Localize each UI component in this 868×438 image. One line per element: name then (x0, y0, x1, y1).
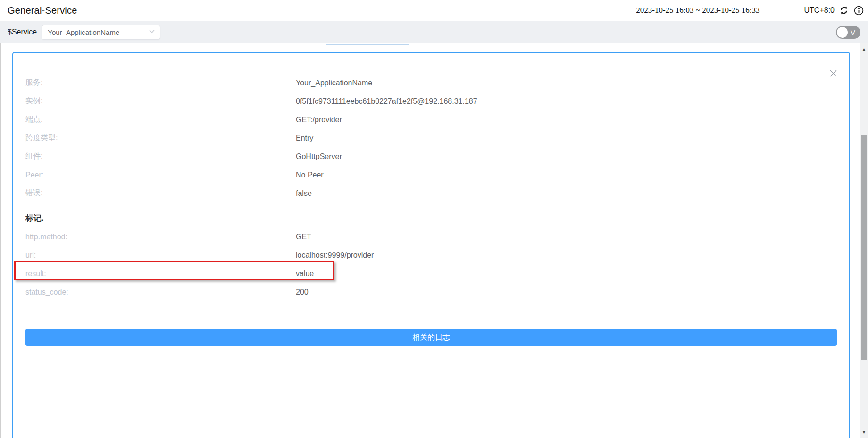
tag-value: value (296, 270, 314, 278)
scroll-down-arrow[interactable]: ▼ (860, 428, 868, 436)
span-detail-modal: 服务: Your_ApplicationName 实例: 0f5f1fc9731… (12, 52, 850, 438)
toggle-knob (837, 27, 848, 38)
chevron-down-icon (149, 28, 155, 36)
background-highlight-strip (326, 44, 409, 45)
variables-bar: $Service Your_ApplicationName V (0, 21, 868, 43)
info-icon[interactable] (853, 5, 864, 16)
tags-section-title: 标记. (25, 209, 837, 227)
field-value: No Peer (296, 171, 324, 179)
field-label: 跨度类型: (25, 133, 296, 143)
tag-label: result: (25, 270, 296, 278)
page-title: General-Service (8, 5, 77, 16)
related-logs-button[interactable]: 相关的日志 (25, 329, 837, 346)
tag-value: GET (296, 233, 311, 241)
field-row-peer: Peer: No Peer (25, 166, 837, 184)
tag-label: url: (25, 251, 296, 260)
field-label: Peer: (25, 171, 296, 179)
header-bar: General-Service 2023-10-25 16:03 ~ 2023-… (0, 0, 868, 21)
toggle-label: V (851, 28, 855, 36)
field-row-span-type: 跨度类型: Entry (25, 129, 837, 147)
field-value: Your_ApplicationName (296, 79, 372, 87)
field-value: GET:/provider (296, 116, 342, 124)
tag-row-status-code: status_code: 200 (25, 283, 837, 301)
header-right: 2023-10-25 16:03 ~ 2023-10-25 16:33 UTC+… (636, 5, 868, 16)
field-label: 组件: (25, 152, 296, 161)
tag-value: 200 (296, 288, 309, 296)
field-row-instance: 实例: 0f5f1fc9731111eebc61b0227af1e2f5@192… (25, 92, 837, 110)
service-select[interactable]: Your_ApplicationName (42, 25, 160, 40)
field-label: 服务: (25, 78, 296, 88)
service-variable-label: $Service (8, 28, 37, 36)
tag-row-result: result: value (25, 264, 837, 283)
tag-label: http.method: (25, 233, 296, 241)
close-icon[interactable] (828, 68, 838, 78)
field-row-component: 组件: GoHttpServer (25, 147, 837, 166)
field-row-service: 服务: Your_ApplicationName (25, 74, 837, 92)
field-row-error: 错误: false (25, 184, 837, 202)
field-value: 0f5f1fc9731111eebc61b0227af1e2f5@192.168… (296, 97, 477, 106)
field-label: 实例: (25, 96, 296, 106)
timezone-label[interactable]: UTC+8:0 (804, 6, 835, 15)
page-scrollbar[interactable]: ▲ ▼ (860, 43, 868, 438)
field-row-endpoint: 端点: GET:/provider (25, 110, 837, 129)
field-value: GoHttpServer (296, 152, 342, 161)
dashboard: General-Service 2023-10-25 16:03 ~ 2023-… (0, 0, 868, 438)
view-toggle[interactable]: V (836, 26, 860, 39)
span-detail-content: 服务: Your_ApplicationName 实例: 0f5f1fc9731… (13, 53, 849, 346)
tag-value: localhost:9999/provider (296, 251, 374, 260)
scroll-up-arrow[interactable]: ▲ (860, 45, 868, 53)
refresh-icon[interactable] (839, 5, 849, 16)
field-value: false (296, 189, 312, 198)
service-select-value: Your_ApplicationName (48, 28, 149, 36)
tag-row-url: url: localhost:9999/provider (25, 246, 837, 264)
field-label: 错误: (25, 188, 296, 198)
scrollbar-thumb[interactable] (861, 135, 867, 360)
field-value: Entry (296, 134, 313, 143)
tag-label: status_code: (25, 288, 296, 296)
field-label: 端点: (25, 115, 296, 125)
tag-row-http-method: http.method: GET (25, 227, 837, 246)
time-range[interactable]: 2023-10-25 16:03 ~ 2023-10-25 16:33 (636, 6, 760, 15)
